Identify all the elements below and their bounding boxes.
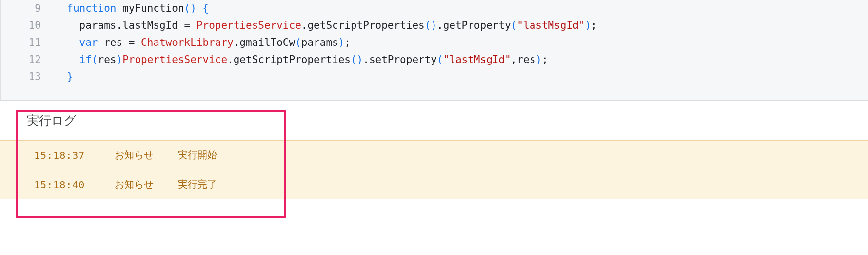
code-token: ) — [535, 54, 542, 65]
code-line[interactable]: 11 var res = ChatworkLibrary.gmailToCw(p… — [1, 34, 868, 51]
code-token: . — [116, 20, 122, 31]
code-token: function — [67, 2, 116, 14]
code-token — [197, 2, 203, 14]
code-token: PropertiesService — [197, 20, 301, 31]
code-token: "lastMsgId" — [517, 20, 585, 31]
code-token: lastMsgId — [122, 20, 178, 31]
code-token: ; — [344, 37, 351, 48]
code-token: ( — [437, 54, 443, 65]
code-token: if — [79, 54, 92, 65]
code-content[interactable]: } — [55, 68, 73, 85]
log-level: お知らせ — [115, 178, 178, 191]
code-token: () — [425, 20, 437, 31]
code-token: res — [98, 54, 117, 65]
line-number: 13 — [1, 68, 55, 85]
code-line[interactable]: 9 function myFunction() { — [1, 0, 868, 17]
code-token: } — [67, 71, 73, 83]
code-token: ) — [585, 20, 591, 31]
code-token: PropertiesService — [122, 54, 227, 65]
code-line[interactable]: 12 if(res)PropertiesService.getScriptPro… — [1, 51, 868, 68]
code-token — [190, 20, 197, 31]
app-root: 9 function myFunction() {10 params.lastM… — [0, 0, 868, 255]
code-content[interactable]: params.lastMsgId = PropertiesService.get… — [55, 17, 597, 34]
log-message: 実行完了 — [178, 178, 217, 191]
code-token: res — [98, 37, 129, 48]
code-line[interactable]: 10 params.lastMsgId = PropertiesService.… — [1, 17, 868, 34]
line-number: 12 — [1, 51, 55, 68]
log-row: 15:18:37お知らせ実行開始 — [0, 141, 868, 170]
log-message: 実行開始 — [178, 149, 217, 162]
code-token — [178, 20, 184, 31]
log-panel-title: 実行ログ — [0, 101, 868, 140]
code-token: setProperty — [369, 54, 437, 65]
code-token: "lastMsgId" — [443, 54, 511, 65]
code-token: gmailToCw — [239, 37, 295, 48]
line-number: 10 — [1, 17, 55, 34]
code-token: ( — [511, 20, 517, 31]
code-token: myFunction — [122, 2, 184, 14]
code-token: ) — [338, 37, 345, 48]
log-row: 15:18:40お知らせ実行完了 — [0, 170, 868, 199]
code-token: ChatworkLibrary — [141, 37, 234, 48]
code-token: . — [363, 54, 369, 65]
code-token: var — [79, 37, 98, 48]
code-token: getProperty — [443, 20, 511, 31]
code-content[interactable]: if(res)PropertiesService.getScriptProper… — [55, 51, 548, 68]
code-token: res — [517, 54, 535, 65]
code-token: getScriptProperties — [234, 54, 351, 65]
log-level: お知らせ — [115, 149, 178, 162]
code-token — [135, 37, 141, 48]
line-number: 11 — [1, 34, 55, 51]
code-token: . — [234, 37, 240, 48]
code-token: ; — [591, 20, 597, 31]
code-token — [116, 2, 122, 14]
line-number: 9 — [1, 0, 55, 17]
code-editor[interactable]: 9 function myFunction() {10 params.lastM… — [0, 0, 868, 100]
code-token: , — [511, 54, 517, 65]
code-content[interactable]: var res = ChatworkLibrary.gmailToCw(para… — [55, 34, 351, 51]
code-token: { — [203, 2, 209, 14]
execution-log-panel: 実行ログ 15:18:37お知らせ実行開始15:18:40お知らせ実行完了 — [0, 100, 868, 199]
code-token: getScriptProperties — [307, 20, 424, 31]
code-token: = — [184, 20, 191, 31]
code-token: params — [79, 20, 117, 31]
log-timestamp: 15:18:40 — [34, 179, 115, 191]
code-token: ( — [295, 37, 301, 48]
code-token: . — [301, 20, 308, 31]
code-token: = — [129, 37, 135, 48]
code-token: ; — [542, 54, 548, 65]
log-timestamp: 15:18:37 — [34, 149, 115, 161]
code-token: () — [184, 2, 197, 14]
code-content[interactable]: function myFunction() { — [55, 0, 209, 17]
code-token: . — [437, 20, 443, 31]
code-token: () — [351, 54, 363, 65]
code-line[interactable]: 13 } — [1, 68, 868, 85]
code-token: params — [301, 37, 338, 48]
code-token: . — [227, 54, 234, 65]
code-token: ( — [92, 54, 98, 65]
code-token: ) — [116, 54, 122, 65]
log-entries: 15:18:37お知らせ実行開始15:18:40お知らせ実行完了 — [0, 140, 868, 199]
